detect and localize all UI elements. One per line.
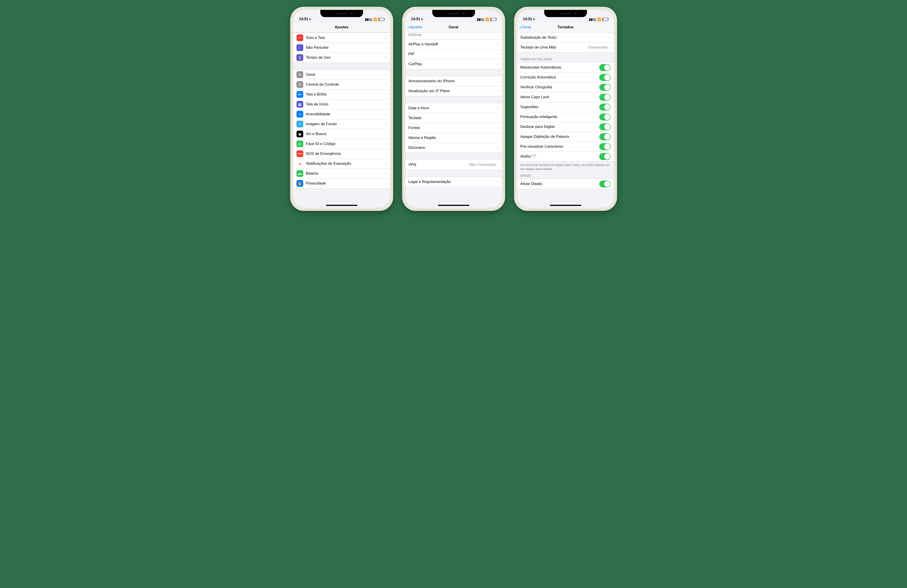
chevron-right-icon: › [385,181,387,186]
location-icon: ➤ [533,18,535,21]
section-footer: Se você tocar na barra de espaço duas ve… [517,162,614,173]
settings-row[interactable]: Data e Hora› [405,103,502,113]
settings-row[interactable]: VPNNão Conectado› [405,160,502,170]
toggle-row: Maiúsculas Automáticas [517,62,614,72]
navbar: ‹Geral Teclados [517,22,614,33]
switch[interactable] [599,133,611,140]
row-label: Ativar Ditado [520,182,599,186]
chevron-right-icon: › [497,179,498,184]
chevron-right-icon: › [385,151,387,156]
speaker-wave-icon: 🔊 [296,34,303,41]
settings-row[interactable]: PIP› [405,49,502,59]
switch[interactable] [599,143,611,150]
wifi-icon: 📶 [597,18,601,21]
settings-row[interactable]: Armazenamento do iPhone› [405,76,502,86]
row-label: Idioma e Região [409,136,497,140]
home-indicator[interactable] [550,205,581,206]
chevron-right-icon: › [497,106,498,111]
row-label: Face ID e Código [306,142,385,146]
settings-row[interactable]: Teclado› [405,113,502,123]
switch[interactable] [599,181,611,187]
toggle-row: Correção Automática [517,72,614,82]
settings-row[interactable]: ♿︎Acessibilidade› [293,109,390,119]
settings-row[interactable]: CarPlay› [405,59,502,69]
settings-row[interactable]: SOSSOS de Emergência› [293,149,390,159]
back-button[interactable]: ‹Geral [519,24,531,30]
row-label: Acessibilidade [306,112,385,117]
settings-row[interactable]: Idioma e Região› [405,133,502,143]
switch[interactable] [599,74,611,81]
row-label: PIP [409,52,497,56]
row-label: Bateria [306,171,385,176]
switch[interactable] [599,94,611,101]
cellular-icon: ▮▮▯▯ [477,18,484,21]
home-indicator[interactable] [438,205,470,206]
row-label: AirPlay e Handoff [409,42,497,46]
toggle-row: Deslizar para Digitar [517,122,614,132]
settings-row[interactable]: ▦Tela de Início› [293,99,390,109]
switch[interactable] [599,114,611,120]
row-label: Não Perturbe [306,45,385,50]
chevron-right-icon: › [497,88,498,93]
chevron-left-icon: ‹ [407,24,409,30]
switch[interactable] [599,64,611,71]
row-label: Armazenamento do iPhone [409,79,497,83]
row-label: Tela de Início [306,102,385,107]
settings-row[interactable]: Atualização em 2º Plano› [405,86,502,96]
row-label: Notificações de Exposição [306,161,385,166]
settings-row[interactable]: ⊡Face ID e Código› [293,139,390,149]
settings-row[interactable]: ☾Não Perturbe› [293,43,390,53]
settings-row[interactable]: ⏳Tempo de Uso› [293,53,390,62]
row-label: Teclado de Uma Mão [520,45,589,50]
switch[interactable] [599,123,611,130]
settings-row[interactable]: AirDrop› [405,33,502,39]
chevron-right-icon: › [385,131,387,136]
phone-ajustes: 14:51➤ ▮▮▯▯ 📶 Ajustes 🔊Som e Tato›☾Não P… [290,7,393,211]
chevron-right-icon: › [609,35,611,40]
row-label: Privacidade [306,181,385,186]
chevron-right-icon: › [385,102,387,107]
atom-icon: ⚛ [296,121,303,127]
row-label: Central de Controle [306,82,385,87]
row-label: Dicionário [409,146,497,150]
settings-row[interactable]: ▬Bateria› [293,168,390,178]
settings-row[interactable]: ◉Siri e Busca› [293,129,390,139]
siri-icon: ◉ [296,131,303,137]
settings-row[interactable]: Legal e Regulamentação› [405,177,502,187]
switch[interactable] [599,84,611,91]
row-label: Pontuação Inteligente [520,115,599,119]
settings-row[interactable]: AATela e Brilho› [293,90,390,99]
settings-row[interactable]: Substituição de Texto› [517,33,614,42]
back-button[interactable]: ‹Ajustes [407,24,422,30]
row-label: Apagar Digitação de Palavra [520,135,599,139]
toggle-row: Sugestões [517,102,614,112]
section-header: DITADO [517,173,614,179]
chevron-right-icon: › [497,52,498,57]
row-label: CarPlay [409,62,497,66]
navbar: Ajustes [293,22,390,33]
hand-icon: ✋ [296,180,303,187]
chevron-right-icon: › [385,55,387,60]
settings-row[interactable]: ✋Privacidade› [293,178,390,188]
settings-row[interactable]: Fontes› [405,123,502,133]
settings-row[interactable]: Teclado de Uma MãoDesativado› [517,42,614,52]
row-label: Fontes [409,126,497,130]
settings-row[interactable]: ⊛Notificações de Exposição› [293,159,390,168]
settings-row[interactable]: 🔊Som e Tato› [293,33,390,43]
row-label: Teclado [409,116,497,120]
notch [432,10,475,17]
settings-row[interactable]: Dicionário› [405,143,502,152]
settings-row[interactable]: AirPlay e Handoff› [405,39,502,49]
navbar: ‹Ajustes Geral [405,22,502,33]
row-label: Atualização em 2º Plano [409,89,497,93]
chevron-right-icon: › [385,112,387,117]
switch[interactable] [599,104,611,111]
cellular-icon: ▮▮▯▯ [365,18,372,21]
settings-row[interactable]: ⚙Geral› [293,70,390,80]
hourglass-icon: ⏳ [296,54,303,61]
settings-row[interactable]: ⚛Imagem de Fundo› [293,119,390,129]
home-indicator[interactable] [326,205,357,206]
settings-row[interactable]: ☰Central de Controle› [293,80,390,90]
switch[interactable] [599,153,611,160]
chevron-right-icon: › [497,42,498,47]
